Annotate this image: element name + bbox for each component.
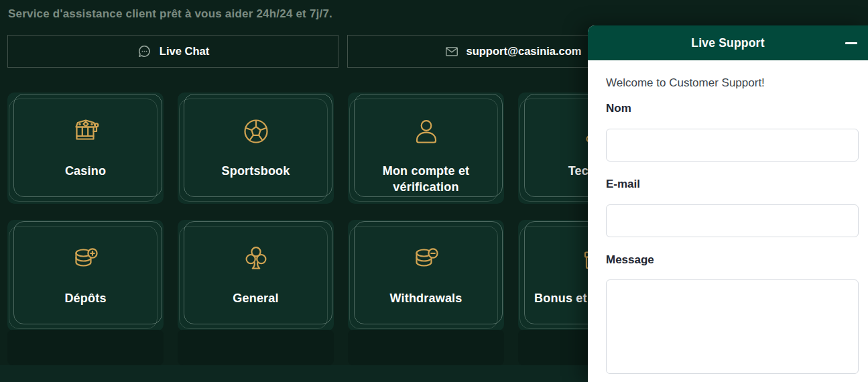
- category-card-general[interactable]: General: [178, 220, 334, 331]
- live-chat-label: Live Chat: [160, 45, 209, 58]
- card-frame: [7, 92, 164, 204]
- email-input[interactable]: [606, 204, 859, 237]
- card-frame: [178, 92, 334, 204]
- minimize-dash-icon: [845, 42, 857, 44]
- envelope-icon: [444, 44, 459, 59]
- welcome-text: Welcome to Customer Support!: [606, 76, 859, 90]
- support-page: Service d'assistance client prêt à vous …: [0, 0, 868, 382]
- soccer-ball-icon: [240, 115, 272, 148]
- category-label: General: [233, 290, 278, 306]
- partial-card: [348, 330, 504, 365]
- live-support-header: Live Support: [588, 25, 868, 60]
- category-card-sportsbook[interactable]: Sportsbook: [178, 92, 334, 204]
- email-support-label: support@casinia.com: [467, 45, 582, 58]
- message-label: Message: [606, 253, 859, 267]
- page-title: Service d'assistance client prêt à vous …: [8, 7, 332, 21]
- card-frame: [348, 220, 504, 331]
- category-label: Dépôts: [64, 290, 106, 306]
- name-label: Nom: [606, 102, 859, 115]
- category-label: Sportsbook: [221, 163, 290, 179]
- category-card-deposits[interactable]: Dépôts: [7, 220, 164, 331]
- panel-title: Live Support: [691, 36, 764, 50]
- card-frame: [7, 220, 164, 331]
- slot-machine-icon: [70, 115, 102, 148]
- contact-buttons-row: Live Chat support@casinia.com: [7, 35, 678, 68]
- category-card-account-verification[interactable]: Mon compte et vérification: [348, 92, 504, 204]
- chat-bubble-icon: [137, 44, 152, 59]
- partial-card: [7, 330, 164, 365]
- next-row-cards-partial: [7, 330, 674, 365]
- email-label: E-mail: [606, 178, 859, 191]
- partial-card: [178, 330, 334, 365]
- category-label: Mon compte et vérification: [364, 163, 488, 196]
- card-frame: [178, 220, 334, 331]
- support-form: Welcome to Customer Support! Nom E-mail …: [588, 60, 868, 382]
- category-card-withdrawals[interactable]: Withdrawals: [348, 220, 504, 331]
- club-icon: [240, 242, 272, 275]
- person-icon: [410, 115, 442, 148]
- category-grid: Casino Sportsbook: [7, 92, 674, 331]
- message-input[interactable]: [606, 279, 859, 374]
- live-chat-button[interactable]: Live Chat: [7, 35, 338, 68]
- category-card-casino[interactable]: Casino: [7, 92, 164, 204]
- coins-plus-icon: [70, 242, 102, 275]
- name-input[interactable]: [606, 129, 859, 162]
- minimize-button[interactable]: [841, 33, 861, 53]
- coins-minus-icon: [410, 242, 442, 275]
- category-label: Withdrawals: [389, 290, 462, 306]
- category-label: Casino: [65, 163, 106, 179]
- live-support-panel: Live Support Welcome to Customer Support…: [588, 25, 868, 382]
